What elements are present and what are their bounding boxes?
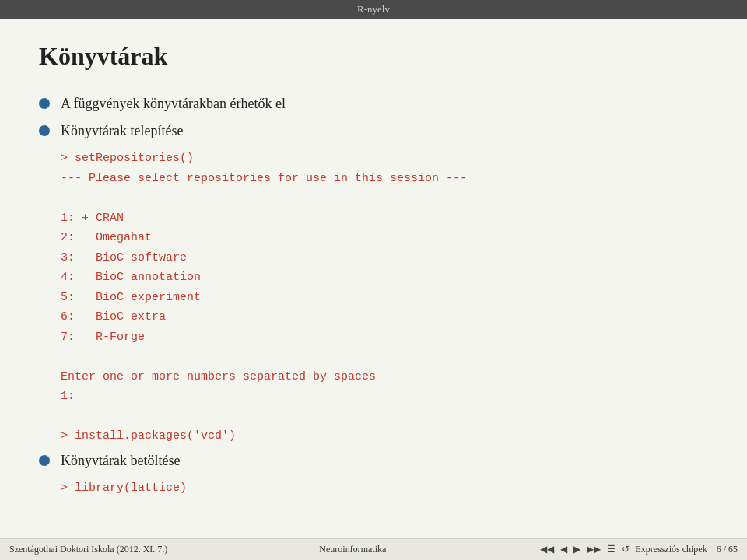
code-line-5: 4: BioC annotation (61, 268, 708, 288)
code-line-2: 1: + CRAN (61, 208, 708, 229)
bottom-left-text: Szentágothai Doktori Iskola (2012. XI. 7… (9, 544, 167, 555)
right-label: Expressziós chipek (635, 544, 707, 555)
bullet-item-2: Könyvtárak telepítése (39, 121, 708, 141)
bullet-text-2: Könyvtárak telepítése (61, 121, 183, 141)
code-line-9: Enter one or more numbers separated by s… (61, 367, 708, 387)
page-title: Könyvtárak (39, 42, 708, 71)
nav-arrow-right[interactable]: ▶ (571, 543, 583, 556)
page-indicator: Expressziós chipek 6 / 65 (635, 544, 738, 555)
code-line-1: --- Please select repositories for use i… (61, 169, 708, 189)
bottom-bar: Szentágothai Doktori Iskola (2012. XI. 7… (0, 538, 747, 560)
top-bar-title: R-nyelv (357, 3, 390, 16)
code-line-library: > library(lattice) (61, 478, 708, 499)
bullet-dot-3 (39, 455, 50, 466)
main-content: Könyvtárak A függvények könyvtárakban ér… (0, 19, 747, 538)
nav-arrow-right-right[interactable]: ▶▶ (584, 543, 603, 556)
page-number: 6 / 65 (717, 544, 738, 555)
bullet-item-1: A függvények könyvtárakban érhetők el (39, 94, 708, 114)
code-line-blank2 (61, 347, 708, 367)
code-line-blank1 (61, 188, 708, 208)
bottom-center-text: Neuroinformatika (319, 544, 386, 555)
nav-icon-refresh[interactable]: ↺ (619, 543, 632, 556)
code-line-8: 7: R-Forge (61, 327, 708, 348)
code-line-3: 2: Omegahat (61, 228, 708, 248)
code-block-library: > library(lattice) (61, 478, 708, 499)
bullet-dot-2 (39, 125, 50, 136)
code-line-6: 5: BioC experiment (61, 288, 708, 308)
code-line-4: 3: BioC software (61, 248, 708, 268)
nav-arrow-left[interactable]: ◀ (558, 543, 570, 556)
bullet-text-3: Könyvtárak betöltése (61, 451, 180, 471)
bullet-item-3: Könyvtárak betöltése (39, 451, 708, 471)
code-line-7: 6: BioC extra (61, 307, 708, 327)
bullet-text-1: A függvények könyvtárakban érhetők el (61, 94, 286, 114)
nav-arrow-left-left[interactable]: ◀◀ (538, 543, 556, 556)
code-block-repositories: > setRepositories() --- Please select re… (61, 149, 708, 446)
bottom-right-section: ◀◀ ◀ ▶ ▶▶ ☰ ↺ Expressziós chipek 6 / 65 (538, 543, 738, 556)
code-line-0: > setRepositories() (61, 149, 708, 169)
code-line-blank3 (61, 407, 708, 427)
code-line-install: > install.packages('vcd') (61, 426, 708, 446)
bullet-dot-1 (39, 98, 50, 109)
code-line-10: 1: (61, 387, 708, 407)
top-bar: R-nyelv (0, 0, 747, 19)
nav-icon-list[interactable]: ☰ (605, 543, 618, 556)
nav-arrows[interactable]: ◀◀ ◀ ▶ ▶▶ ☰ ↺ (538, 543, 632, 556)
